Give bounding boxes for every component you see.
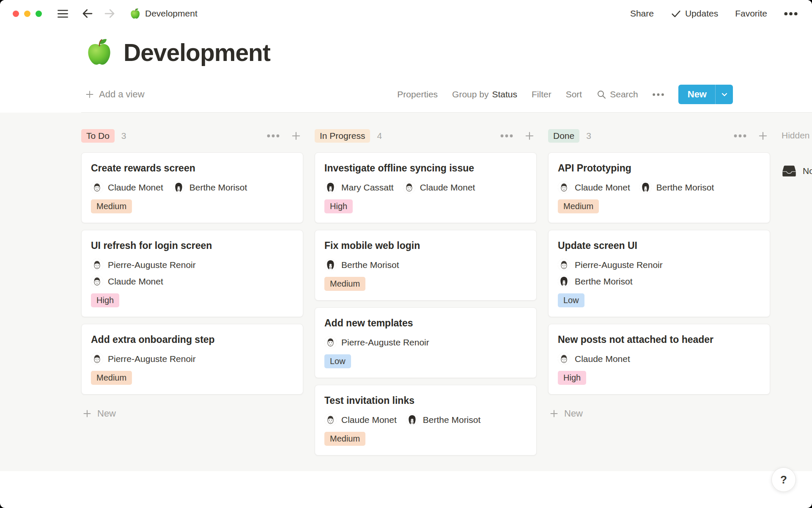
column-more-button[interactable] — [265, 133, 281, 139]
assignee-avatar — [558, 275, 570, 287]
task-card[interactable]: Create rewards screen Claude Monet Berth… — [81, 152, 303, 223]
assignee-avatar — [558, 181, 570, 193]
share-label: Share — [630, 8, 654, 19]
filter-button[interactable]: Filter — [532, 89, 551, 99]
assignee-avatar — [91, 259, 103, 271]
task-card-assignees: Claude Monet — [558, 353, 760, 365]
column-header: To Do 3 — [81, 128, 303, 144]
assignee-name: Berthe Morisot — [189, 182, 247, 193]
column-more-button[interactable] — [499, 133, 515, 139]
assignee: Pierre-Auguste Renoir — [91, 259, 294, 271]
breadcrumb-page-title[interactable]: Development — [145, 8, 198, 19]
page-title: Development — [123, 39, 270, 66]
page-icon[interactable] — [85, 38, 113, 67]
column-add-card-button[interactable] — [289, 129, 303, 143]
plus-icon — [291, 130, 302, 141]
assignee-name: Pierre-Auguste Renoir — [108, 260, 196, 270]
back-button[interactable] — [80, 6, 96, 22]
assignee: Claude Monet — [324, 414, 397, 426]
sidebar-toggle-button[interactable] — [55, 8, 70, 20]
updates-label: Updates — [685, 8, 718, 19]
plus-icon — [85, 89, 95, 99]
chevron-down-icon — [719, 89, 730, 99]
sort-button[interactable]: Sort — [566, 89, 582, 99]
more-options-button[interactable] — [784, 12, 798, 16]
window-minimize-button[interactable] — [24, 11, 30, 17]
favorite-button[interactable]: Favorite — [735, 8, 767, 19]
person-avatar-male-icon — [558, 181, 570, 193]
column-status-badge[interactable]: In Progress — [315, 129, 370, 143]
task-card[interactable]: Test invitation links Claude Monet Berth… — [315, 385, 537, 456]
no-status-group[interactable]: No Status — [782, 163, 812, 179]
assignee-name: Claude Monet — [575, 182, 630, 193]
column-status-badge[interactable]: To Do — [81, 129, 115, 143]
person-avatar-male-icon — [91, 353, 103, 365]
task-card-title: New posts not attached to header — [558, 333, 760, 346]
task-priority-badge: High — [558, 371, 586, 385]
column-new-button[interactable]: New — [548, 406, 584, 421]
assignee: Claude Monet — [558, 353, 630, 365]
favorite-label: Favorite — [735, 8, 767, 19]
task-card-assignees: Pierre-Auguste Renoir Claude Monet — [91, 259, 294, 287]
task-card[interactable]: New posts not attached to header Claude … — [548, 324, 770, 395]
column-add-card-button[interactable] — [756, 129, 770, 143]
help-label: ? — [780, 473, 787, 486]
task-card-assignees: Pierre-Auguste Renoir — [91, 353, 294, 365]
share-button[interactable]: Share — [630, 8, 654, 19]
task-card-title: Test invitation links — [324, 394, 527, 407]
updates-button[interactable]: Updates — [671, 8, 718, 19]
assignee-avatar — [173, 181, 185, 193]
toolbar-more-button[interactable] — [653, 93, 664, 96]
green-apple-icon — [85, 38, 113, 67]
task-card[interactable]: API Prototyping Claude Monet Berthe Mori… — [548, 152, 770, 223]
assignee: Claude Monet — [558, 181, 630, 193]
task-card-title: Create rewards screen — [91, 161, 294, 175]
window-zoom-button[interactable] — [36, 11, 42, 17]
hidden-columns-section: Hidden columns No Status — [782, 128, 812, 179]
properties-button[interactable]: Properties — [397, 89, 438, 99]
new-button[interactable]: New — [678, 85, 715, 104]
assignee: Pierre-Auguste Renoir — [91, 353, 196, 365]
task-priority-badge: Medium — [324, 432, 365, 446]
column-cards: API Prototyping Claude Monet Berthe Mori… — [548, 152, 770, 395]
new-dropdown-button[interactable] — [715, 85, 733, 104]
column-add-card-button[interactable] — [522, 129, 537, 143]
person-avatar-male-icon — [91, 259, 103, 271]
task-priority-badge: High — [324, 199, 353, 213]
task-card[interactable]: Update screen UI Pierre-Auguste Renoir B… — [548, 230, 770, 317]
column-new-button[interactable]: New — [81, 406, 117, 421]
person-avatar-male-icon — [558, 353, 570, 365]
task-card-title: UI refresh for login screen — [91, 239, 294, 252]
forward-button[interactable] — [102, 6, 118, 22]
page-emoji-icon — [129, 8, 141, 19]
add-view-button[interactable]: Add a view — [85, 89, 145, 100]
assignee-name: Claude Monet — [575, 354, 630, 364]
board-column: To Do 3 Create rewards screen Claude Mon… — [81, 128, 303, 421]
search-icon — [596, 89, 606, 99]
task-card[interactable]: Investigate offline syncing issue Mary C… — [315, 152, 537, 223]
assignee-avatar — [91, 353, 103, 365]
assignee: Claude Monet — [91, 275, 294, 287]
task-card[interactable]: Add new templates Pierre-Auguste Renoir … — [315, 307, 537, 378]
column-status-badge[interactable]: Done — [548, 129, 579, 143]
column-more-button[interactable] — [732, 133, 748, 139]
column-header: In Progress 4 — [315, 128, 537, 144]
group-by-button[interactable]: Group by Status — [452, 89, 517, 99]
task-card-title: Fix mobile web login — [324, 239, 527, 252]
help-button[interactable]: ? — [771, 467, 796, 492]
task-card-assignees: Claude Monet Berthe Morisot — [91, 181, 294, 193]
person-avatar-male-icon — [91, 275, 103, 287]
search-button[interactable]: Search — [596, 89, 638, 99]
assignee-name: Claude Monet — [108, 182, 163, 193]
task-card[interactable]: Add extra onboarding step Pierre-Auguste… — [81, 324, 303, 395]
assignee-avatar — [558, 259, 570, 271]
filter-label: Filter — [532, 89, 551, 99]
task-card[interactable]: Fix mobile web login Berthe Morisot Medi… — [315, 230, 537, 301]
person-avatar-female-icon — [406, 414, 418, 426]
page-header: Development — [0, 27, 812, 67]
group-by-value: Status — [492, 89, 517, 99]
hidden-columns-label[interactable]: Hidden columns — [782, 128, 812, 141]
task-card[interactable]: UI refresh for login screen Pierre-Augus… — [81, 230, 303, 317]
window-close-button[interactable] — [13, 11, 19, 17]
hamburger-menu-icon — [57, 9, 69, 18]
